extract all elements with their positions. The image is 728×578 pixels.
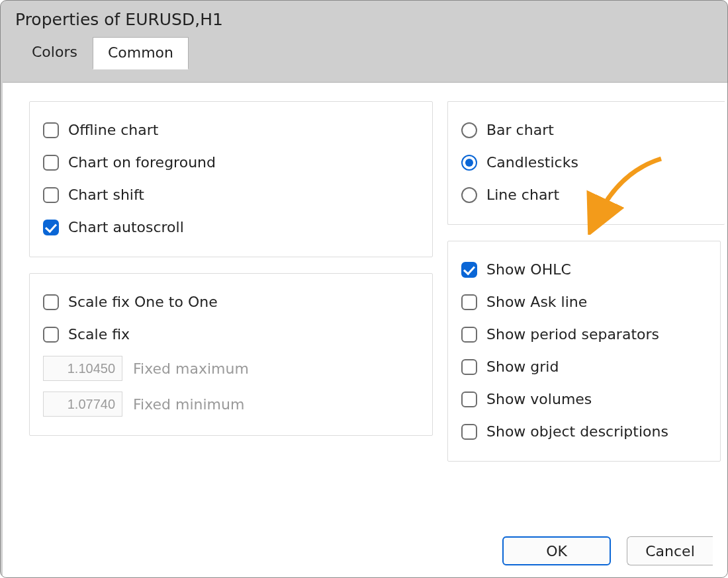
- label-show-grid: Show grid: [486, 358, 559, 375]
- group-chart-options: Offline chart Chart on foreground Chart …: [29, 101, 433, 257]
- tab-colors[interactable]: Colors: [17, 36, 93, 69]
- checkbox-show-ask-line[interactable]: [461, 294, 477, 310]
- label-line-chart: Line chart: [486, 186, 559, 203]
- input-fixed-maximum[interactable]: [43, 356, 122, 381]
- tabstrip: Colors Common: [1, 34, 727, 69]
- label-chart-shift: Chart shift: [68, 186, 144, 203]
- group-chart-type: Bar chart Candlesticks Line chart: [447, 101, 725, 225]
- label-chart-foreground: Chart on foreground: [68, 154, 216, 171]
- label-show-ohlc: Show OHLC: [486, 261, 571, 278]
- window-title: Properties of EURUSD,H1: [1, 1, 727, 34]
- tab-common[interactable]: Common: [93, 37, 189, 69]
- label-bar-chart: Bar chart: [486, 122, 554, 138]
- label-chart-autoscroll: Chart autoscroll: [68, 219, 184, 235]
- label-fixed-maximum: Fixed maximum: [133, 360, 249, 377]
- label-offline-chart: Offline chart: [68, 122, 158, 138]
- ok-button[interactable]: OK: [502, 536, 611, 565]
- properties-dialog: Properties of EURUSD,H1 Colors Common Of…: [0, 0, 728, 578]
- checkbox-chart-shift[interactable]: [43, 187, 59, 203]
- right-column: Bar chart Candlesticks Line chart Show O: [447, 101, 727, 477]
- dialog-footer: OK Cancel: [502, 528, 727, 577]
- label-fixed-minimum: Fixed minimum: [133, 396, 244, 413]
- checkbox-chart-foreground[interactable]: [43, 155, 59, 171]
- radio-candlesticks[interactable]: [461, 155, 477, 171]
- label-show-object-descriptions: Show object descriptions: [486, 423, 668, 440]
- label-show-ask-line: Show Ask line: [486, 294, 587, 310]
- label-show-volumes: Show volumes: [486, 391, 592, 407]
- label-show-period-separators: Show period separators: [486, 326, 659, 343]
- group-scale-fix: Scale fix One to One Scale fix Fixed max…: [29, 273, 433, 436]
- cancel-button[interactable]: Cancel: [627, 536, 713, 565]
- checkbox-scale-fix-one-to-one[interactable]: [43, 294, 59, 310]
- input-fixed-minimum[interactable]: [43, 392, 122, 417]
- checkbox-scale-fix[interactable]: [43, 327, 59, 343]
- checkbox-chart-autoscroll[interactable]: [43, 220, 59, 235]
- radio-line-chart[interactable]: [461, 187, 477, 203]
- tab-panel-common: Offline chart Chart on foreground Chart …: [3, 82, 727, 577]
- radio-bar-chart[interactable]: [461, 122, 477, 138]
- checkbox-show-period-separators[interactable]: [461, 327, 477, 343]
- label-candlesticks: Candlesticks: [486, 154, 578, 171]
- checkbox-show-ohlc[interactable]: [461, 262, 477, 278]
- checkbox-show-object-descriptions[interactable]: [461, 424, 477, 440]
- group-show-options: Show OHLC Show Ask line Show period sepa…: [447, 241, 721, 462]
- checkbox-show-grid[interactable]: [461, 359, 477, 375]
- label-scale-fix-one-to-one: Scale fix One to One: [68, 294, 218, 310]
- checkbox-show-volumes[interactable]: [461, 392, 477, 407]
- checkbox-offline-chart[interactable]: [43, 122, 59, 138]
- label-scale-fix: Scale fix: [68, 326, 130, 343]
- left-column: Offline chart Chart on foreground Chart …: [29, 101, 433, 477]
